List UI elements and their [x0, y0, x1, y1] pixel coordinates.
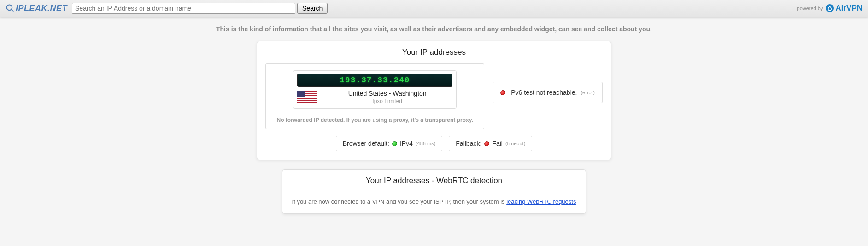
us-flag-icon — [297, 91, 317, 103]
fallback-value: Fail — [492, 140, 503, 147]
ipv6-status-box: IPv6 test not reachable. (error) — [493, 82, 603, 103]
ip-panel: Your IP addresses 193.37.33.240 — [257, 41, 611, 160]
fallback-label: Fallback: — [456, 140, 481, 147]
intro-text: This is the kind of information that all… — [0, 17, 868, 41]
ip-location: United States - Washington — [322, 90, 452, 97]
proxy-note: No forwarded IP detected. If you are usi… — [272, 117, 477, 123]
svg-line-1 — [12, 10, 14, 12]
webrtc-leak-link[interactable]: leaking WebRTC requests — [506, 198, 576, 205]
fallback-box: Fallback: Fail (timeout) — [449, 136, 532, 151]
browser-default-box: Browser default: IPv4 (486 ms) — [336, 136, 443, 151]
browser-default-timing: (486 ms) — [416, 141, 435, 146]
powered-by: powered by AirVPN — [797, 4, 862, 13]
webrtc-panel-title: Your IP addresses - WebRTC detection — [291, 176, 577, 185]
search-form: Search — [72, 3, 328, 14]
webrtc-note-prefix: If you are now connected to a VPN and yo… — [292, 198, 507, 205]
status-dot-red-icon — [500, 90, 505, 95]
svg-rect-9 — [297, 102, 317, 103]
search-button[interactable]: Search — [297, 3, 328, 14]
sponsor-link[interactable]: AirVPN — [826, 4, 862, 13]
header-bar: IPLEAK.NET Search powered by AirVPN — [0, 0, 868, 17]
sponsor-name: AirVPN — [835, 4, 862, 13]
ip-meta: United States - Washington Ipxo Limited — [297, 90, 452, 104]
ip-address-display: 193.37.33.240 — [297, 74, 452, 87]
browser-default-value: IPv4 — [400, 140, 413, 147]
magnifier-icon — [6, 4, 15, 13]
status-dot-red-icon — [484, 141, 489, 146]
powered-by-label: powered by — [797, 6, 823, 11]
ip-row: 193.37.33.240 United States - — [265, 63, 603, 129]
ip-text: United States - Washington Ipxo Limited — [322, 90, 452, 104]
logo-text: IPLEAK.NET — [16, 4, 67, 13]
browser-default-label: Browser default: — [343, 140, 389, 147]
search-input[interactable] — [72, 3, 295, 14]
svg-rect-7 — [297, 98, 317, 99]
ipv6-message: IPv6 test not reachable. — [509, 89, 577, 96]
site-logo[interactable]: IPLEAK.NET — [6, 4, 67, 13]
ip-panel-title: Your IP addresses — [265, 48, 603, 57]
svg-point-0 — [7, 5, 12, 11]
webrtc-note: If you are now connected to a VPN and yo… — [291, 198, 577, 205]
airvpn-icon — [826, 4, 834, 12]
svg-rect-8 — [297, 100, 317, 101]
ipv6-status-detail: (error) — [581, 90, 595, 95]
webrtc-panel: Your IP addresses - WebRTC detection If … — [282, 169, 586, 214]
status-dot-green-icon — [392, 141, 397, 146]
status-row: Browser default: IPv4 (486 ms) Fallback:… — [265, 136, 603, 151]
ip-main-box: 193.37.33.240 United States - — [265, 63, 484, 129]
ip-card[interactable]: 193.37.33.240 United States - — [293, 70, 457, 109]
svg-rect-10 — [297, 91, 305, 97]
ip-isp: Ipxo Limited — [322, 98, 452, 104]
fallback-timing: (timeout) — [505, 141, 525, 146]
